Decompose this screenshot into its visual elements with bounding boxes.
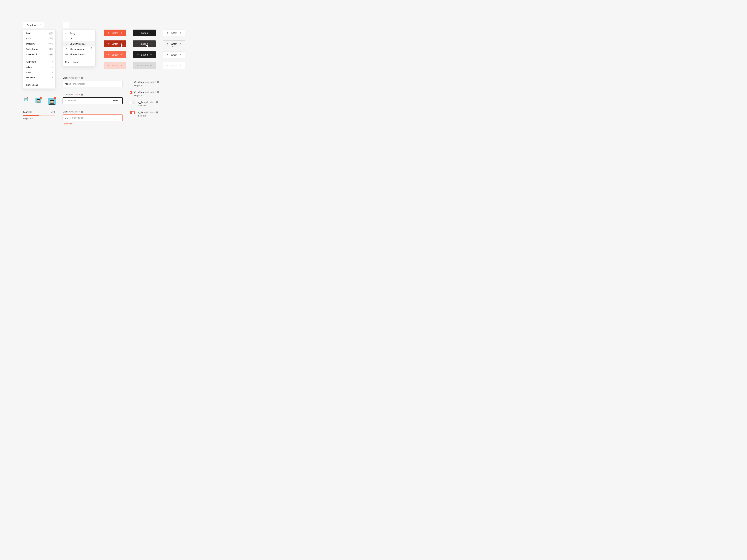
chevron-down-icon[interactable]	[119, 100, 121, 101]
info-icon[interactable]: i	[156, 111, 158, 113]
kbd-shortcut: ⌘K	[49, 53, 53, 56]
dropdown-item-create-link[interactable]: Create Link⌘K	[23, 52, 55, 57]
info-icon[interactable]: i	[157, 91, 159, 93]
kbd-shortcut: ⌘X	[49, 48, 53, 50]
field-helper-error: Helper text	[62, 123, 123, 125]
text-field-prefix: Label (optional) * i https:// Placeholde…	[62, 77, 123, 87]
plus-icon: ＋	[179, 64, 182, 67]
plus-icon: ＋	[179, 43, 182, 45]
menu-item-share-email[interactable]: Share this email	[63, 41, 95, 47]
required-asterisk: *	[155, 81, 156, 83]
button-primary-hover[interactable]: ＋Button＋	[104, 41, 126, 47]
avatar-lg[interactable]	[48, 98, 56, 105]
toggle-off[interactable]: Toggle (optional) * i Helper text	[130, 101, 169, 107]
plus-icon: ＋	[137, 32, 139, 34]
svg-point-0	[65, 25, 65, 25]
toggle-label: Toggle	[136, 101, 143, 104]
required-asterisk: *	[154, 111, 155, 114]
kbd-shortcut: ⌘I	[49, 37, 53, 40]
plus-icon: ＋	[150, 53, 152, 56]
chevron-right-icon	[51, 77, 53, 78]
button-outline-active[interactable]: ＋Button＋	[163, 51, 185, 58]
button-grid: ＋Button＋ ＋Button＋ ＋Button＋ ＋Button＋ ＋But…	[104, 30, 185, 69]
toggle-switch[interactable]	[130, 111, 135, 114]
menu-item-more-actions[interactable]: More actions	[63, 58, 95, 66]
button-black-disabled: ＋Button＋	[133, 62, 156, 69]
toggle-helper: Helper text	[136, 115, 158, 117]
chevron-right-icon	[51, 84, 53, 86]
checkbox-checked[interactable]: Checkbox (optional) * i Helper text	[130, 91, 169, 97]
input-placeholder: Placeholder	[72, 116, 83, 119]
chevron-right-icon	[92, 61, 93, 63]
plus-icon: ＋	[107, 53, 110, 56]
dropdown-item-strikethrough[interactable]: Strikethrough⌘X	[23, 47, 55, 52]
overflow-trigger[interactable]	[62, 22, 69, 28]
menu-item-mark-unread[interactable]: Mark as unread	[63, 47, 95, 52]
avatar-sm[interactable]	[24, 98, 28, 101]
info-icon[interactable]: i	[81, 77, 83, 79]
button-primary-default[interactable]: ＋Button＋	[104, 30, 126, 36]
text-input[interactable]: https:// Placeholder	[62, 81, 123, 87]
field-optional: (optional)	[69, 77, 77, 79]
button-black-default[interactable]: ＋Button＋	[133, 30, 156, 36]
info-icon[interactable]: i	[81, 94, 83, 96]
plus-icon: ＋	[137, 64, 139, 67]
toggle-optional: (optional)	[144, 101, 153, 104]
svg-point-1	[66, 25, 66, 25]
dropdown-trigger[interactable]: Dropdown	[23, 22, 44, 28]
chevron-right-icon	[51, 72, 53, 73]
dropdown-item-underline[interactable]: Underline⌘U	[23, 41, 55, 47]
field-label: Label	[62, 110, 68, 113]
dropdown-item-case[interactable]: Case	[23, 70, 55, 75]
button-black-hover[interactable]: ＋Button＋	[133, 41, 156, 47]
dropdown-item-spell-check[interactable]: Spell Check	[23, 82, 55, 87]
button-black-active[interactable]: ＋Button＋	[133, 51, 156, 58]
checkbox-optional: (optional)	[145, 91, 154, 94]
dropdown-item-adjust[interactable]: Adjust	[23, 64, 55, 70]
progress-fill	[23, 115, 39, 116]
info-icon[interactable]: i	[157, 81, 159, 83]
info-icon[interactable]: i	[156, 101, 158, 103]
plus-icon: ＋	[166, 43, 169, 45]
chevron-right-icon	[51, 61, 53, 62]
required-asterisk: *	[79, 110, 80, 113]
toggle-helper: Helper text	[136, 105, 158, 107]
info-icon[interactable]: i	[29, 111, 32, 113]
kbd-shortcut: ⌘B	[49, 32, 53, 34]
progress-helper: Helper text	[23, 117, 55, 120]
button-primary-disabled: ＋Button＋	[104, 62, 126, 69]
dropdown-item-direction[interactable]: Direction	[23, 75, 55, 80]
dropdown-label: Dropdown	[26, 24, 37, 26]
text-input[interactable]: Placeholder USD	[62, 97, 123, 104]
checkbox-box[interactable]	[130, 81, 132, 84]
dropdown-item-italic[interactable]: Italic⌘I	[23, 36, 55, 41]
toggle-switch[interactable]	[130, 101, 135, 104]
chevron-up-icon	[40, 25, 41, 26]
dropdown-menu: Bold⌘B Italic⌘I Underline⌘U Strikethroug…	[23, 30, 56, 89]
chevron-right-icon	[51, 66, 53, 68]
button-outline-hover[interactable]: ＋Button＋	[163, 41, 185, 47]
toggle-on[interactable]: Toggle (optional) * i Helper text	[130, 111, 169, 117]
checkbox-label: Checkbox	[134, 91, 144, 94]
field-optional: (optional)	[69, 93, 77, 96]
checkbox-box[interactable]	[130, 91, 132, 94]
button-outline-default[interactable]: ＋Button＋	[163, 30, 185, 36]
button-primary-active[interactable]: ＋Button＋	[104, 51, 126, 58]
dropdown-item-bold[interactable]: Bold⌘B	[23, 31, 55, 36]
input-placeholder: Placeholder	[65, 99, 77, 102]
menu-item-reply[interactable]: Reply	[63, 31, 95, 36]
avatar-md[interactable]	[35, 98, 41, 103]
checkbox-unchecked[interactable]: Checkbox (optional) * i Helper text	[130, 81, 169, 87]
plus-icon: ＋	[166, 32, 169, 34]
progress-value: 50%	[51, 111, 55, 113]
dropdown-item-alignment[interactable]: Alignment	[23, 59, 55, 64]
info-icon[interactable]: i	[81, 111, 83, 113]
checkbox-label: Checkbox	[134, 81, 144, 83]
mail-icon	[65, 53, 68, 56]
text-input[interactable]: US Placeholder	[62, 114, 123, 121]
chevron-down-icon[interactable]	[69, 117, 71, 118]
check-icon	[130, 91, 132, 93]
menu-item-pin[interactable]: Pin	[63, 36, 95, 41]
menu-item-share-email-2[interactable]: Share this email	[63, 52, 95, 57]
progress-track	[23, 115, 55, 116]
